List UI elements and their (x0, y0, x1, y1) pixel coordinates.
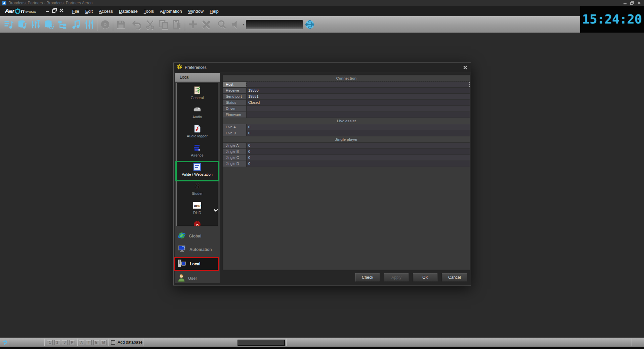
ok-button[interactable]: OK (413, 273, 438, 282)
device-label: Studer (177, 191, 218, 195)
add-database-checkbox[interactable] (111, 340, 115, 345)
os-title-bar: A Broadcast Partners - Broadcast Partner… (0, 0, 644, 6)
close-icon[interactable] (637, 1, 641, 5)
menu-item-help[interactable]: Help (207, 7, 222, 15)
apply-button[interactable]: Apply (384, 273, 409, 282)
status-badge-2[interactable]: 2 (54, 340, 60, 345)
device-item-audio-logger[interactable]: Audio logger (177, 122, 218, 141)
field-value[interactable]: 0 (247, 149, 470, 155)
faders-icon[interactable] (83, 18, 96, 31)
menu-item-file[interactable]: File (69, 7, 82, 15)
menu-item-database[interactable]: Database (116, 7, 141, 15)
cut-icon[interactable] (143, 18, 157, 31)
local-computer-icon (177, 259, 187, 269)
tree-view-icon[interactable] (56, 18, 69, 31)
device-item-dhd[interactable]: DHDDHD (177, 199, 218, 218)
playlist-icon[interactable] (2, 18, 15, 31)
category-item-global[interactable]: Global (176, 230, 219, 242)
status-badge-a[interactable]: A (79, 340, 84, 345)
toolbar-separator (185, 18, 185, 31)
studer-icon: S (177, 181, 218, 191)
window-title: Broadcast Partners - Broadcast Partners … (8, 1, 93, 5)
field-row-jingle-a: Jingle A0 (223, 143, 470, 149)
cancel-button[interactable]: Cancel (442, 273, 467, 282)
field-value[interactable]: 19550 (247, 88, 470, 93)
menu-item-tools[interactable]: Tools (141, 7, 157, 15)
app-icon: A (2, 1, 6, 5)
toolbar-separator (214, 18, 214, 31)
mixer-icon[interactable] (29, 18, 42, 31)
field-value[interactable]: 0 (247, 124, 470, 130)
field-value[interactable]: Closed (247, 100, 470, 105)
save-icon[interactable] (114, 18, 128, 31)
mdi-window-controls (45, 8, 64, 14)
category-item-user[interactable]: User (176, 272, 219, 285)
device-item-ir[interactable]: IRIR (177, 218, 218, 226)
svg-text:S: S (195, 182, 200, 190)
mdi-restore-icon[interactable] (52, 8, 57, 14)
add-icon[interactable] (186, 18, 200, 31)
field-row-jingle-d: Jingle D0 (223, 161, 470, 167)
database-settings-icon[interactable] (42, 18, 56, 31)
device-item-airence[interactable]: Airence (177, 141, 218, 161)
field-value[interactable]: 0 (247, 143, 470, 148)
section-header-jingle-player: Jingle player (223, 136, 470, 143)
audio-logger-icon (177, 124, 218, 133)
field-value[interactable]: 0 (247, 161, 470, 167)
check-button[interactable]: Check (355, 273, 380, 282)
status-badge-e[interactable]: E (93, 340, 99, 345)
field-value[interactable] (247, 106, 470, 112)
device-item-audio[interactable]: Audio (177, 103, 218, 122)
device-item-general[interactable]: General (177, 84, 218, 103)
category-item-automation[interactable]: Automation (176, 244, 219, 256)
field-value[interactable] (247, 82, 470, 87)
mdi-minimize-icon[interactable] (45, 8, 50, 14)
dialog-close-icon[interactable] (463, 65, 468, 70)
search-icon[interactable] (215, 18, 229, 31)
status-badges-left: 12JP (47, 340, 75, 345)
status-badge-t[interactable]: T (86, 340, 92, 345)
user-icon (178, 274, 185, 283)
digital-clock: 15:24:20 (582, 12, 642, 27)
settings-fields-panel: ConnectionHostReceive port19550Send port… (223, 75, 470, 270)
mdi-close-icon[interactable] (59, 8, 64, 14)
music-note-icon[interactable] (69, 18, 83, 31)
status-badge-j[interactable]: J (62, 340, 68, 345)
status-badge-m[interactable]: M (101, 340, 106, 345)
field-value[interactable]: 0 (247, 155, 470, 161)
copy-icon[interactable] (157, 18, 170, 31)
status-badge-p[interactable]: P (69, 340, 75, 345)
connection-plug-icon (3, 340, 8, 346)
minimize-icon[interactable] (623, 1, 627, 5)
toolbar-search-input[interactable] (246, 20, 303, 29)
restore-icon[interactable] (630, 1, 634, 5)
field-label: Live A (223, 124, 247, 130)
menu-item-automation[interactable]: Automation (157, 7, 185, 15)
delete-icon[interactable] (200, 18, 213, 31)
menu-item-edit[interactable]: Edit (82, 7, 96, 15)
cd-icon[interactable] (98, 18, 112, 31)
field-row-status: StatusClosed (223, 100, 470, 106)
database-music-icon[interactable] (15, 18, 29, 31)
dialog-title-bar: Preferences (174, 63, 471, 72)
device-item-studer[interactable]: SStuder (177, 180, 218, 199)
device-list: GeneralAudioAudio loggerAirenceAirlite /… (176, 83, 218, 226)
sidebar-tab-local[interactable]: Local (175, 73, 220, 82)
chevron-down-icon[interactable] (213, 207, 218, 213)
status-badge-1[interactable]: 1 (47, 340, 53, 345)
menu-item-access[interactable]: Access (96, 7, 116, 15)
device-item-airlite-webstation[interactable]: Airlite / Webstation (177, 161, 218, 180)
paste-icon[interactable] (170, 18, 184, 31)
category-label: User (188, 276, 197, 281)
field-value[interactable] (247, 112, 470, 118)
category-item-local[interactable]: Local (174, 257, 219, 271)
device-label: General (177, 96, 218, 100)
global-icon (178, 231, 186, 241)
volume-icon[interactable] (229, 18, 242, 31)
menu-item-window[interactable]: Window (185, 7, 207, 15)
undo-icon[interactable] (130, 18, 143, 31)
globe-icon[interactable] (303, 18, 316, 31)
volume-dropdown-icon[interactable]: ▾ (243, 23, 245, 26)
field-value[interactable]: 19551 (247, 94, 470, 99)
field-value[interactable]: 0 (247, 130, 470, 136)
